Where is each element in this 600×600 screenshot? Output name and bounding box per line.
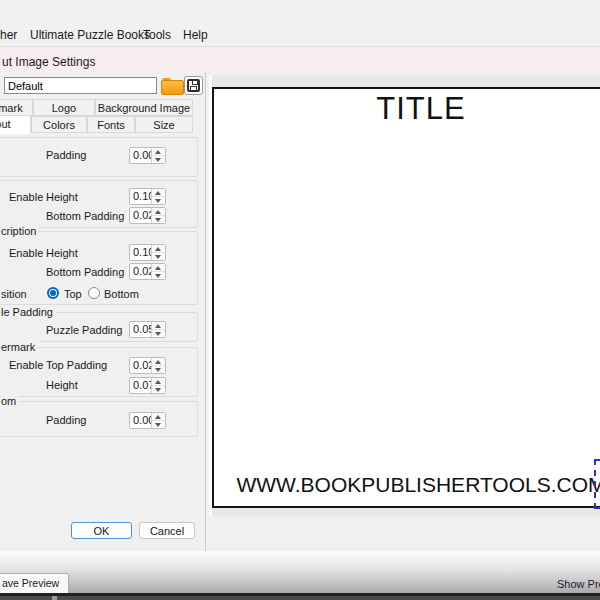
save-preset-button[interactable] [184,76,203,95]
puzzle-padding-spinner[interactable]: 0.05 [129,321,166,338]
puzzle-padding-group-label: le Padding [1,306,56,319]
watermark-height-label: Height [46,379,78,392]
group-watermark: ermark Enable Top Padding 0.02 Height 0.… [0,347,198,397]
watermark-group-label: ermark [1,341,38,354]
bottom-padding-label: Padding [46,414,86,427]
selection-outline[interactable] [594,459,600,509]
preview-footer-text: WWW.BOOKPUBLISHERTOOLS.COM [214,473,600,497]
spinner-arrows[interactable] [151,413,165,428]
description-height-spinner[interactable]: 0.10 [129,244,166,261]
position-label: sition [1,288,27,301]
padding-label: Padding [46,149,86,162]
menu-item-help[interactable]: Help [183,28,208,42]
spinner-arrows[interactable] [151,322,165,337]
open-preset-button[interactable] [161,77,183,94]
puzzle-padding-label: Puzzle Padding [46,324,122,337]
page-padding-spinner[interactable]: 0.00 [129,147,166,164]
title-bottom-padding-label: Bottom Padding [46,210,124,223]
position-bottom-label[interactable]: Bottom [104,288,139,301]
preset-name-input[interactable] [4,77,157,94]
menu-item-tools[interactable]: Tools [143,28,171,42]
position-top-label[interactable]: Top [64,288,82,301]
tab-colors[interactable]: Colors [31,116,87,133]
group-description: cription Enable Height 0.10 Bottom Paddi… [0,231,198,305]
preview-title-text: TITLE [214,91,600,127]
description-enable-label: Enable [9,247,43,260]
tab-size[interactable]: Size [135,116,193,133]
menu-item-publisher[interactable]: her [0,28,17,42]
panel-divider [205,72,206,551]
spinner-arrows[interactable] [151,378,165,393]
spinner-arrows[interactable] [151,148,165,163]
tab-layout[interactable]: out [0,115,31,134]
group-bottom: om Padding 0.00 [0,401,198,437]
tab-background-image[interactable]: Background Image [95,99,193,116]
preview-canvas: TITLE WWW.BOOKPUBLISHERTOOLS.COM [212,87,600,508]
spinner-arrows[interactable] [151,264,165,279]
description-bottom-padding-label: Bottom Padding [46,266,124,279]
dialog-title: ut Image Settings [2,55,95,69]
spinner-arrows[interactable] [151,358,165,373]
menu-bar: her Ultimate Puzzle Books Tools Help [0,22,600,47]
watermark-top-padding-spinner[interactable]: 0.02 [129,357,166,374]
description-group-label: cription [1,225,39,238]
watermark-height-spinner[interactable]: 0.07 [129,377,166,394]
bottom-group-label: om [1,395,19,408]
title-height-spinner[interactable]: 0.10 [129,188,166,205]
description-height-label: Height [46,247,78,260]
bottom-padding-spinner[interactable]: 0.00 [129,412,166,429]
title-enable-label: Enable [9,191,43,204]
title-bottom-padding-spinner[interactable]: 0.02 [129,207,166,224]
save-preview-button[interactable]: ave Preview [0,573,69,595]
ok-button[interactable]: OK [71,522,132,539]
taskbar-strip [0,596,600,600]
show-preview-link[interactable]: Show Prev [557,578,600,590]
position-top-radio[interactable] [47,287,59,299]
title-height-label: Height [46,191,78,204]
watermark-enable-label: Enable [9,359,43,372]
spinner-arrows[interactable] [151,245,165,260]
tab-watermark[interactable]: termark [0,99,33,116]
group-page-padding: Padding 0.00 [0,137,198,177]
cancel-button[interactable]: Cancel [139,522,195,539]
dialog-header: ut Image Settings [0,48,600,73]
position-bottom-radio[interactable] [88,287,100,299]
group-puzzle-padding: le Padding Puzzle Padding 0.05 [0,312,198,342]
taskbar-notch [52,596,57,600]
spinner-arrows[interactable] [151,208,165,223]
watermark-top-padding-label: Top Padding [46,359,107,372]
status-bar [0,551,600,593]
spinner-arrows[interactable] [151,189,165,204]
tab-logo[interactable]: Logo [33,99,95,116]
group-title: Enable Height 0.10 Bottom Padding 0.02 [0,180,198,228]
description-bottom-padding-spinner[interactable]: 0.02 [129,263,166,280]
save-icon [187,79,200,92]
window-titlebar [0,0,600,22]
tab-fonts[interactable]: Fonts [87,116,135,133]
menu-item-ultimate-puzzle-books[interactable]: Ultimate Puzzle Books [30,28,150,42]
